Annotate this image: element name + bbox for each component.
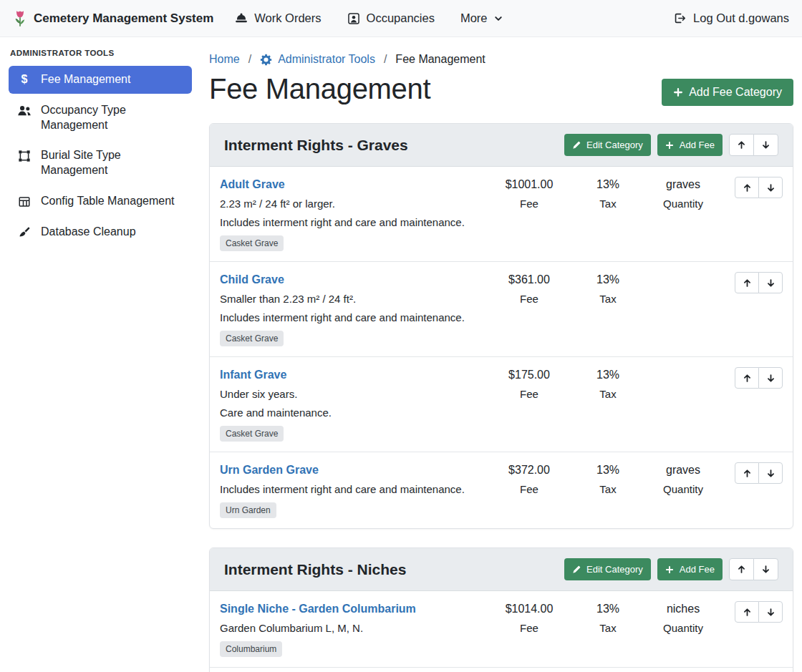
fee-amount-col: $175.00 Fee xyxy=(486,367,572,400)
fee-name-link[interactable]: Adult Grave xyxy=(220,178,285,191)
fee-description: Smaller than 2.23 m² / 24 ft². xyxy=(220,293,486,305)
nav-occupancies-label: Occupancies xyxy=(367,11,435,25)
fee-row: Companion Niche - Garden Columbarium Gar… xyxy=(210,668,793,672)
move-fee-down-button[interactable] xyxy=(758,601,783,623)
fee-description: Includes interment right and care and ma… xyxy=(220,483,486,495)
add-fee-button[interactable]: Add Fee xyxy=(657,134,723,156)
fee-info: Infant Grave Under six years. Care and m… xyxy=(220,367,486,442)
edit-category-label: Edit Category xyxy=(586,140,643,150)
fee-description: Under six years. xyxy=(220,388,486,400)
edit-category-label: Edit Category xyxy=(586,564,643,575)
move-fee-down-button[interactable] xyxy=(758,367,783,389)
fee-name-link[interactable]: Child Grave xyxy=(220,273,284,286)
fee-tax-col: 13% Tax xyxy=(572,367,644,400)
fee-tax-col: 13% Tax xyxy=(572,601,644,634)
pencil-icon xyxy=(572,141,581,150)
arrow-up-icon xyxy=(743,374,752,383)
nav-more-dropdown[interactable]: More xyxy=(460,11,503,25)
page-title: Fee Management xyxy=(209,73,430,105)
fee-name-link[interactable]: Single Niche - Garden Columbarium xyxy=(220,603,416,615)
fee-reorder-controls xyxy=(735,177,783,198)
move-fee-up-button[interactable] xyxy=(735,462,759,484)
fee-tax: 13% xyxy=(572,369,644,381)
page-header: Fee Management Add Fee Category xyxy=(209,73,793,106)
edit-category-button[interactable]: Edit Category xyxy=(564,558,651,580)
arrow-down-icon xyxy=(766,469,776,478)
fee-quantity: graves xyxy=(644,178,723,191)
arrow-up-icon xyxy=(737,140,746,150)
fee-amount: $1001.00 xyxy=(486,178,572,191)
top-navbar: Cemetery Management System Work Orders O… xyxy=(0,0,802,37)
breadcrumb-admin-tools-label: Administrator Tools xyxy=(278,53,375,66)
breadcrumb-admin-tools-link[interactable]: Administrator Tools xyxy=(260,53,375,66)
arrow-down-icon xyxy=(766,608,776,617)
move-fee-down-button[interactable] xyxy=(758,272,783,293)
fee-amount-col: $1001.00 Fee xyxy=(486,177,572,210)
fee-info: Child Grave Smaller than 2.23 m² / 24 ft… xyxy=(220,272,486,346)
gear-icon xyxy=(260,54,272,66)
fee-row: Child Grave Smaller than 2.23 m² / 24 ft… xyxy=(210,262,793,357)
fee-tax: 13% xyxy=(572,464,644,477)
nav-occupancies[interactable]: Occupancies xyxy=(347,11,435,25)
fee-info: Adult Grave 2.23 m² / 24 ft² or larger. … xyxy=(220,177,486,251)
fee-quantity-col xyxy=(644,367,723,369)
fee-type-badge: Casket Grave xyxy=(220,426,284,442)
sidebar-item-label: Fee Management xyxy=(41,72,130,87)
move-category-down-button[interactable] xyxy=(753,558,778,580)
fee-tax-label: Tax xyxy=(572,388,644,400)
fee-tax-label: Tax xyxy=(572,293,644,305)
fee-description: 2.23 m² / 24 ft² or larger. xyxy=(220,198,486,210)
occupancies-icon xyxy=(347,12,360,25)
arrow-up-icon xyxy=(743,608,752,617)
fee-info: Single Niche - Garden Columbarium Garden… xyxy=(220,601,486,657)
move-category-up-button[interactable] xyxy=(729,558,754,580)
move-fee-up-button[interactable] xyxy=(735,601,759,623)
sidebar-heading: ADMINISTRATOR TOOLS xyxy=(10,49,190,57)
fee-type-badge: Columbarium xyxy=(220,641,282,657)
sidebar-item-label: Occupancy Type Management xyxy=(41,103,183,133)
pencil-icon xyxy=(572,565,581,574)
arrow-up-icon xyxy=(743,183,752,193)
fee-tax-col: 13% Tax xyxy=(572,177,644,210)
admin-sidebar: ADMINISTRATOR TOOLS $ Fee Management Occ… xyxy=(0,37,200,672)
edit-category-button[interactable]: Edit Category xyxy=(564,134,651,156)
move-category-down-button[interactable] xyxy=(753,134,778,156)
plus-icon xyxy=(673,87,683,97)
move-category-up-button[interactable] xyxy=(729,134,754,156)
nav-work-orders[interactable]: Work Orders xyxy=(235,11,321,25)
sidebar-item-burial-site-type-management[interactable]: Burial Site Type Management xyxy=(9,142,192,185)
fee-info: Urn Garden Grave Includes interment righ… xyxy=(220,462,486,518)
fee-name-link[interactable]: Urn Garden Grave xyxy=(220,464,319,477)
add-fee-category-button[interactable]: Add Fee Category xyxy=(662,79,793,106)
move-fee-down-button[interactable] xyxy=(758,462,783,484)
sidebar-item-config-table-management[interactable]: Config Table Management xyxy=(9,188,192,215)
move-fee-up-button[interactable] xyxy=(735,367,759,389)
fee-quantity-col: graves Quantity xyxy=(644,462,723,495)
move-fee-up-button[interactable] xyxy=(735,177,759,198)
category-reorder-controls xyxy=(729,134,778,156)
move-fee-down-button[interactable] xyxy=(758,177,783,198)
move-fee-up-button[interactable] xyxy=(735,272,759,293)
add-fee-button[interactable]: Add Fee xyxy=(657,558,723,580)
app-brand-link[interactable]: Cemetery Management System xyxy=(13,9,213,28)
fee-tax-col: 13% Tax xyxy=(572,462,644,495)
sidebar-item-database-cleanup[interactable]: Database Cleanup xyxy=(9,218,192,246)
category-header: Interment Rights - Niches Edit Category … xyxy=(210,548,793,591)
fee-amount: $1014.00 xyxy=(486,603,572,615)
sidebar-item-fee-management[interactable]: $ Fee Management xyxy=(9,66,192,94)
fee-row: Urn Garden Grave Includes interment righ… xyxy=(210,452,793,528)
fee-amount-col: $361.00 Fee xyxy=(486,272,572,305)
fee-type-badge: Urn Garden xyxy=(220,502,276,518)
category-reorder-controls xyxy=(729,558,778,580)
fee-name-link[interactable]: Infant Grave xyxy=(220,369,286,381)
fee-reorder-controls xyxy=(735,601,783,623)
fee-reorder-controls xyxy=(735,272,783,293)
fee-row: Infant Grave Under six years. Care and m… xyxy=(210,357,793,452)
logout-link[interactable]: Log Out d.gowans xyxy=(673,11,789,25)
fee-description: Includes interment right and care and ma… xyxy=(220,216,486,228)
sidebar-item-occupancy-type-management[interactable]: Occupancy Type Management xyxy=(9,97,192,140)
fee-quantity-col: niches Quantity xyxy=(644,601,723,634)
breadcrumb-home-link[interactable]: Home xyxy=(209,53,240,66)
fee-description: Includes interment right and care and ma… xyxy=(220,311,486,323)
fee-tax: 13% xyxy=(572,273,644,286)
